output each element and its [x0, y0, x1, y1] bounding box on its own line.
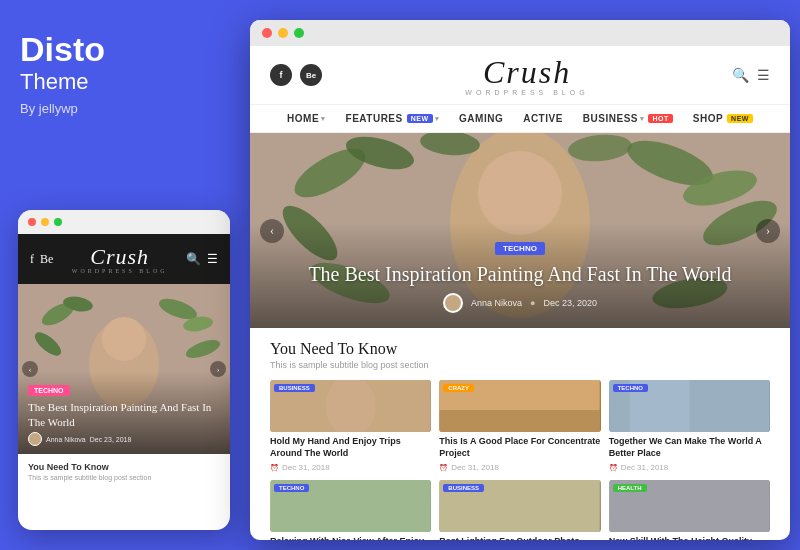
mobile-hero-overlay: TECHNO The Best Inspiration Painting And… [18, 371, 230, 454]
post-badge-6: HEALTH [613, 484, 647, 492]
post-card-5: BUSINESS Best Lighting For Outdoor Photo… [439, 480, 600, 540]
maximize-dot [54, 218, 62, 226]
post-badge-4: TECHNO [274, 484, 309, 492]
facebook-icon[interactable]: f [270, 64, 292, 86]
mobile-hero: ‹ › TECHNO The Best Inspiration Painting… [18, 284, 230, 454]
nav-active[interactable]: ACTIVE [513, 105, 573, 132]
post-badge-2: CRAZY [443, 384, 474, 392]
svg-rect-25 [440, 410, 600, 432]
post-title-6: New Skill With The Height Quality Camera… [609, 536, 770, 540]
mobile-title-bar [18, 210, 230, 234]
social-icons: f Be [270, 64, 322, 86]
site-logo-sub: WORDPRESS BLOG [322, 89, 732, 96]
site-logo-area: Crush WORDPRESS BLOG [322, 54, 732, 96]
mobile-techno-badge: TECHNO [28, 385, 70, 396]
hero-section: ‹ › TECHNO The Best Inspiration Painting… [250, 133, 790, 328]
blog-section: You Need To Know This is sample subtitle… [250, 328, 790, 540]
hero-author: Anna Nikova [471, 298, 522, 308]
post-date-3: Dec 31, 2018 [609, 463, 770, 472]
post-date-1: Dec 31, 2018 [270, 463, 431, 472]
behance-icon[interactable]: Be [300, 64, 322, 86]
maximize-dot [294, 28, 304, 38]
author-label: By jellywp [20, 101, 225, 116]
brand-name: Disto Theme [20, 30, 225, 95]
facebook-icon[interactable]: f [30, 252, 34, 267]
menu-icon[interactable]: ☰ [757, 67, 770, 84]
mobile-author: Anna Nikova [46, 436, 86, 443]
desktop-title-bar [250, 20, 790, 46]
post-badge-5: BUSINESS [443, 484, 484, 492]
posts-grid-row1: BUSINESS Hold My Hand And Enjoy Trips Ar… [270, 380, 770, 472]
nav-gaming[interactable]: GAMING [449, 105, 513, 132]
post-thumb-3: TECHNO [609, 380, 770, 432]
svg-point-23 [326, 380, 376, 432]
hero-meta: Anna Nikova ● Dec 23, 2020 [270, 293, 770, 313]
svg-point-2 [102, 317, 146, 361]
site-nav: HOME ▾ FEATURES NEW ▾ GAMING ACTIVE BUSI… [250, 105, 790, 132]
menu-icon[interactable]: ☰ [207, 252, 218, 267]
post-thumb-2: CRAZY [439, 380, 600, 432]
hero-date: Dec 23, 2020 [543, 298, 597, 308]
search-icon[interactable]: 🔍 [732, 67, 749, 84]
mobile-section-title: You Need To Know [28, 462, 220, 472]
desktop-mockup: f Be Crush WORDPRESS BLOG 🔍 ☰ HOME ▾ FEA… [250, 20, 790, 540]
hero-avatar [443, 293, 463, 313]
post-card-2: CRAZY This Is A Good Place For Concentra… [439, 380, 600, 472]
nav-home[interactable]: HOME ▾ [277, 105, 336, 132]
posts-grid-row2: TECHNO Relaxing With Nice View After Enj… [270, 480, 770, 540]
mobile-bottom: You Need To Know This is sample subtitle… [18, 454, 230, 489]
minimize-dot [278, 28, 288, 38]
post-title-5: Best Lighting For Outdoor Photo Shoot St… [439, 536, 600, 540]
post-title-4: Relaxing With Nice View After Enjoy With… [270, 536, 431, 540]
close-dot [28, 218, 36, 226]
section-subtitle: This is sample subtitle blog post sectio… [270, 360, 770, 370]
post-thumb-4: TECHNO [270, 480, 431, 532]
post-thumb-6: HEALTH [609, 480, 770, 532]
post-card-6: HEALTH New Skill With The Height Quality… [609, 480, 770, 540]
site-logo: Crush [322, 54, 732, 91]
post-card-4: TECHNO Relaxing With Nice View After Enj… [270, 480, 431, 540]
left-panel: Disto Theme By jellywp f Be Crush WORDPR… [0, 0, 245, 550]
mobile-avatar [28, 432, 42, 446]
mobile-hero-title: The Best Inspiration Painting And Fast I… [28, 400, 220, 429]
nav-business[interactable]: BUSINESS ▾ HOT [573, 105, 683, 132]
hero-techno-badge: TECHNO [495, 242, 545, 255]
post-card-3: TECHNO Together We Can Make The World A … [609, 380, 770, 472]
mobile-section-subtitle: This is sample subtitle blog post sectio… [28, 474, 220, 481]
post-thumb-5: BUSINESS [439, 480, 600, 532]
hero-title: The Best Inspiration Painting And Fast I… [270, 261, 770, 287]
mobile-social-icons: f Be [30, 252, 53, 267]
post-date-2: Dec 31, 2018 [439, 463, 600, 472]
post-title-2: This Is A Good Place For Concentrate Pro… [439, 436, 600, 459]
post-title-1: Hold My Hand And Enjoy Trips Around The … [270, 436, 431, 459]
close-dot [262, 28, 272, 38]
mobile-logo-sub: WORDPRESS BLOG [53, 268, 186, 274]
mobile-date: Dec 23, 2018 [90, 436, 132, 443]
mobile-header-icons: 🔍 ☰ [186, 252, 218, 267]
site-top-bar: f Be Crush WORDPRESS BLOG 🔍 ☰ [250, 46, 790, 105]
site-header: f Be Crush WORDPRESS BLOG 🔍 ☰ HOME ▾ FEA… [250, 46, 790, 133]
post-badge-3: TECHNO [613, 384, 648, 392]
nav-features[interactable]: FEATURES NEW ▾ [336, 105, 450, 132]
mobile-author-row: Anna Nikova Dec 23, 2018 [28, 432, 220, 446]
search-icon[interactable]: 🔍 [186, 252, 201, 267]
mobile-logo-area: Crush WORDPRESS BLOG [53, 244, 186, 274]
nav-shop[interactable]: SHOP NEW [683, 105, 763, 132]
behance-icon[interactable]: Be [40, 252, 53, 267]
header-actions: 🔍 ☰ [732, 67, 770, 84]
minimize-dot [41, 218, 49, 226]
mobile-logo: Crush [53, 244, 186, 270]
post-title-3: Together We Can Make The World A Better … [609, 436, 770, 459]
hero-content: TECHNO The Best Inspiration Painting And… [250, 222, 790, 328]
mobile-header: f Be Crush WORDPRESS BLOG 🔍 ☰ [18, 234, 230, 284]
post-card-1: BUSINESS Hold My Hand And Enjoy Trips Ar… [270, 380, 431, 472]
post-thumb-1: BUSINESS [270, 380, 431, 432]
section-title: You Need To Know [270, 340, 770, 358]
mobile-mockup: f Be Crush WORDPRESS BLOG 🔍 ☰ [18, 210, 230, 530]
post-badge-1: BUSINESS [274, 384, 315, 392]
